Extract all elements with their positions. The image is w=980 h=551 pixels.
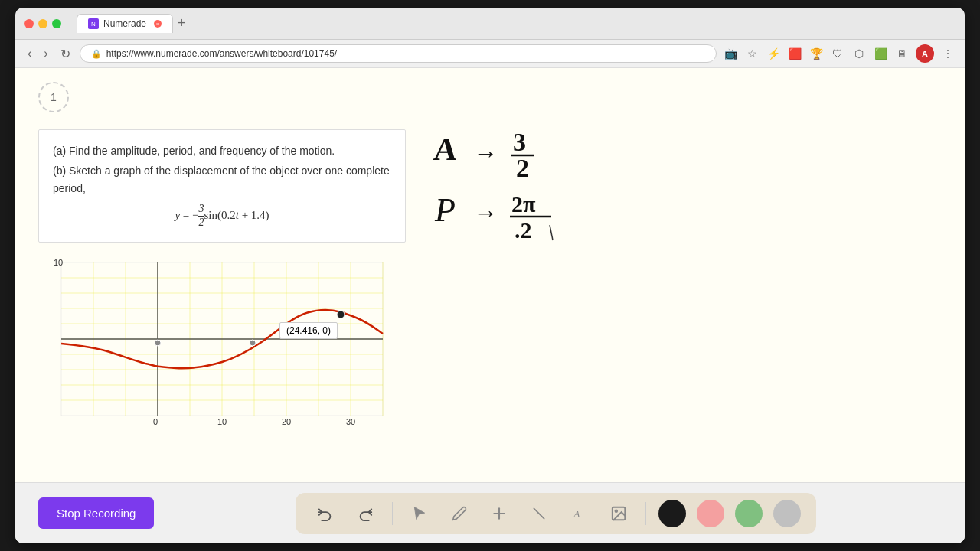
pen-tool-button[interactable] xyxy=(445,499,474,528)
close-button[interactable] xyxy=(24,19,34,28)
eraser-tool-button[interactable] xyxy=(524,499,554,528)
svg-text:20: 20 xyxy=(282,417,291,426)
svg-text:0: 0 xyxy=(153,417,158,426)
address-input[interactable]: 🔒 https://www.numerade.com/answers/white… xyxy=(80,44,717,63)
svg-point-46 xyxy=(615,510,617,512)
new-tab-button[interactable]: + xyxy=(178,15,186,31)
svg-text:3: 3 xyxy=(513,128,526,156)
undo-button[interactable] xyxy=(311,499,340,528)
extension-6-icon[interactable]: 🟩 xyxy=(873,46,888,61)
browser-actions: 📺 ☆ ⚡ 🟥 🏆 🛡 ⬡ 🟩 🖥 A ⋮ xyxy=(723,44,956,63)
divider-1 xyxy=(392,502,393,525)
bookmark-icon[interactable]: ☆ xyxy=(744,46,760,61)
menu-icon[interactable]: ⋮ xyxy=(940,46,956,61)
svg-line-43 xyxy=(534,508,544,518)
tab-favicon: N xyxy=(88,18,99,29)
maximize-button[interactable] xyxy=(52,19,61,28)
tab-close-button[interactable]: × xyxy=(154,20,162,28)
redo-button[interactable] xyxy=(351,499,380,528)
svg-point-27 xyxy=(155,340,161,346)
color-green-button[interactable] xyxy=(735,500,763,527)
url-text: https://www.numerade.com/answers/whitebo… xyxy=(106,48,338,59)
minimize-button[interactable] xyxy=(38,19,47,28)
color-pink-button[interactable] xyxy=(697,500,724,527)
cast-icon[interactable]: 📺 xyxy=(723,46,738,61)
lock-icon: 🔒 xyxy=(91,49,102,59)
graph-svg: 10 0 10 20 30 xyxy=(38,255,390,431)
svg-text:10: 10 xyxy=(54,258,63,267)
svg-text:2π: 2π xyxy=(511,191,536,217)
problem-line2: (b) Sketch a graph of the displacement o… xyxy=(53,162,391,197)
forward-button[interactable]: › xyxy=(41,45,51,62)
problem-line1: (a) Find the amplitude, period, and freq… xyxy=(53,142,391,159)
problem-box: (a) Find the amplitude, period, and freq… xyxy=(38,129,406,243)
active-tab[interactable]: N Numerade × xyxy=(77,14,173,33)
extension-4-icon[interactable]: 🛡 xyxy=(830,46,845,61)
color-gray-button[interactable] xyxy=(773,500,801,527)
equation: y = −32sin(0.2t + 1.4) xyxy=(53,203,391,230)
tooltip-text: (24.416, 0) xyxy=(286,325,331,336)
slide-indicator: 1 xyxy=(38,82,69,112)
extension-1-icon[interactable]: ⚡ xyxy=(766,46,781,61)
color-black-button[interactable] xyxy=(658,500,686,527)
svg-text:P: P xyxy=(434,191,456,229)
right-annotations: A → 3 2 P → 2π xyxy=(429,83,942,467)
stop-recording-button[interactable]: Stop Recording xyxy=(38,497,154,529)
reload-button[interactable]: ↻ xyxy=(57,45,74,63)
svg-line-40 xyxy=(550,225,553,240)
extension-3-icon[interactable]: 🏆 xyxy=(808,46,824,61)
graph-tooltip: (24.416, 0) xyxy=(279,322,338,339)
left-content: (a) Find the amplitude, period, and freq… xyxy=(38,83,406,467)
svg-text:→: → xyxy=(473,139,498,167)
slide-number: 1 xyxy=(51,91,57,103)
image-tool-button[interactable] xyxy=(604,499,633,528)
browser-window: N Numerade × + ‹ › ↻ 🔒 https://www.numer… xyxy=(15,8,965,543)
page-content: 1 (a) Find the amplitude, period, and fr… xyxy=(15,68,965,543)
toolbar: A xyxy=(296,493,816,534)
annotation-svg: A → 3 2 P → 2π xyxy=(429,122,674,275)
svg-point-28 xyxy=(250,340,256,346)
svg-text:10: 10 xyxy=(217,417,227,426)
svg-text:2: 2 xyxy=(516,154,529,182)
screen-icon[interactable]: 🖥 xyxy=(894,46,910,61)
back-button[interactable]: ‹ xyxy=(24,45,34,62)
select-tool-button[interactable] xyxy=(405,499,434,528)
traffic-lights xyxy=(24,19,61,28)
extension-2-icon[interactable]: 🟥 xyxy=(787,46,802,61)
add-tool-button[interactable] xyxy=(485,499,514,528)
divider-2 xyxy=(645,502,646,525)
svg-text:A: A xyxy=(573,508,580,520)
title-bar: N Numerade × + xyxy=(15,8,965,40)
graph-container: 10 0 10 20 30 xyxy=(38,255,390,431)
whiteboard-area: (a) Find the amplitude, period, and freq… xyxy=(15,68,965,482)
text-tool-button[interactable]: A xyxy=(564,499,593,528)
toolbar-container: A xyxy=(169,493,942,534)
bottom-bar: Stop Recording xyxy=(15,482,965,543)
profile-button[interactable]: A xyxy=(916,44,934,63)
svg-point-29 xyxy=(337,311,345,318)
svg-text:→: → xyxy=(473,199,498,227)
tab-title: Numerade xyxy=(103,18,146,29)
svg-text:.2: .2 xyxy=(514,217,532,243)
svg-text:30: 30 xyxy=(346,417,355,426)
tab-bar: N Numerade × + xyxy=(77,14,956,33)
svg-text:A: A xyxy=(433,132,459,167)
extension-5-icon[interactable]: ⬡ xyxy=(851,46,867,61)
address-bar: ‹ › ↻ 🔒 https://www.numerade.com/answers… xyxy=(15,40,965,68)
